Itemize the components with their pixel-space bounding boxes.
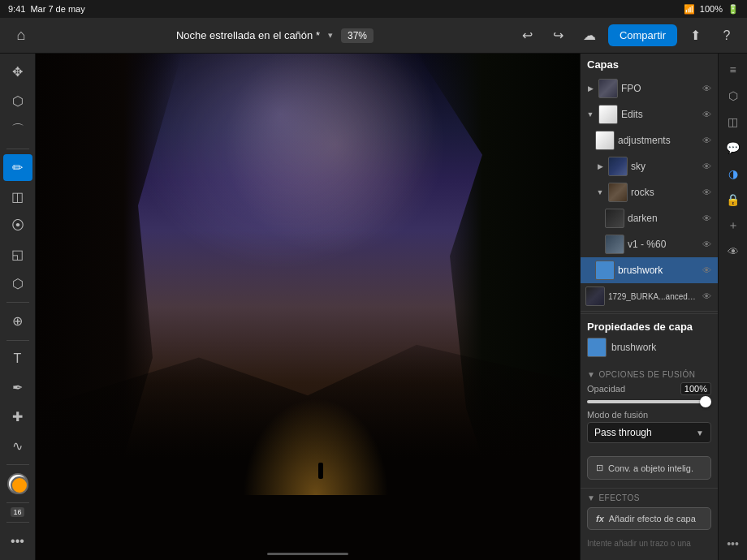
zoom-icon: ⊕ — [12, 313, 23, 329]
select-icon: ⬡ — [12, 93, 24, 109]
far-right-filter-button[interactable]: ◫ — [722, 110, 745, 133]
help-button[interactable]: ? — [715, 24, 739, 48]
far-right-chat-button[interactable]: 💬 — [722, 136, 745, 159]
text-icon: T — [14, 351, 22, 366]
add-effect-button[interactable]: fx Añadir efecto de capa — [587, 507, 711, 530]
zoom-level[interactable]: 37% — [341, 28, 374, 43]
more-tools-icon: ••• — [11, 534, 24, 549]
effects-chevron: ▼ — [587, 493, 595, 502]
eyedropper-tool[interactable]: ⦿ — [3, 212, 32, 239]
layer-toggle-fpo[interactable]: ▶ — [585, 84, 595, 93]
eyedropper-icon: ⦿ — [11, 218, 24, 233]
smudge-tool[interactable]: ∿ — [3, 432, 32, 459]
gradient-tool[interactable]: ◱ — [3, 241, 32, 269]
add-effect-label: Añadir efecto de capa — [609, 514, 696, 523]
blend-mode-dropdown[interactable]: Pass through ▼ — [587, 422, 711, 443]
effects-section: ▼ EFECTOS fx Añadir efecto de capa — [581, 488, 718, 535]
far-right-eye-button[interactable]: 👁 — [722, 240, 745, 263]
layer-eye-rocks[interactable]: 👁 — [700, 186, 713, 199]
layer-thumb-edits — [598, 105, 618, 124]
far-right-brushes-button[interactable]: ⬡ — [722, 84, 745, 107]
layer-eye-fpo[interactable]: 👁 — [700, 82, 713, 95]
eraser-tool[interactable]: ◫ — [3, 183, 32, 210]
help-icon: ? — [723, 28, 731, 43]
move-tool[interactable]: ✥ — [3, 58, 32, 86]
fill-icon: ⬡ — [12, 276, 24, 291]
layer-item-sky[interactable]: ▶ sky 👁 — [581, 153, 718, 179]
layer-toggle-sky[interactable]: ▶ — [595, 162, 605, 171]
far-right-filter-icon: ◫ — [728, 115, 738, 128]
home-icon: ⌂ — [17, 27, 26, 44]
layer-item-v1[interactable]: v1 - %60 👁 — [581, 231, 718, 257]
right-panel: Capas ▶ FPO 👁 ▼ Edits 👁 adjustments 👁 ▶ … — [580, 54, 718, 560]
layer-count-badge[interactable]: 16 — [11, 507, 24, 517]
title-dropdown-button[interactable]: ▾ — [325, 28, 336, 42]
layer-thumb-v1 — [605, 235, 624, 254]
layer-properties-section: Propiedades de capa brushwork — [581, 313, 718, 370]
status-bar: 9:41 Mar 7 de may 📶 100% 🔋 — [0, 0, 747, 18]
layers-header: Capas — [581, 54, 718, 75]
layer-name-photo: 1729_BURKA...anced-NR33 — [608, 292, 697, 301]
layer-item-brushwork[interactable]: brushwork 👁 — [581, 257, 718, 283]
layer-eye-edits[interactable]: 👁 — [700, 108, 713, 121]
opacity-slider-thumb[interactable] — [700, 396, 711, 407]
properties-layer-thumb — [587, 338, 607, 357]
blend-mode-label: Modo de fusión — [587, 410, 711, 420]
background-color[interactable] — [11, 476, 28, 494]
move-icon: ✥ — [12, 64, 23, 80]
layer-name-v1: v1 - %60 — [628, 239, 697, 250]
undo-button[interactable]: ↩ — [516, 24, 540, 48]
fill-tool[interactable]: ⬡ — [3, 269, 32, 297]
more-tools-button[interactable]: ••• — [3, 528, 32, 555]
layer-eye-darken[interactable]: 👁 — [700, 212, 713, 225]
top-toolbar: ⌂ Noche estrellada en el cañón * ▾ 37% ↩… — [0, 18, 747, 54]
layer-toggle-edits[interactable]: ▼ — [585, 110, 595, 119]
cloud-button[interactable]: ☁ — [577, 24, 602, 48]
redo-button[interactable]: ↪ — [546, 24, 571, 48]
pen-tool[interactable]: ✒ — [3, 374, 32, 402]
layer-eye-sky[interactable]: 👁 — [700, 160, 713, 173]
canvas-area[interactable] — [36, 54, 580, 560]
brush-tool[interactable]: ✏ — [3, 154, 32, 182]
far-right-more-button[interactable]: ••• — [722, 532, 745, 555]
effects-section-label: ▼ EFECTOS — [587, 493, 711, 502]
far-right-lock-button[interactable]: 🔒 — [722, 188, 745, 211]
opacity-slider[interactable] — [587, 400, 711, 403]
opacity-value: 100% — [680, 382, 711, 395]
fusion-options-section: ▼ OPCIONES DE FUSIÓN Opacidad 100% Modo … — [581, 370, 718, 453]
layer-item-photo[interactable]: 1729_BURKA...anced-NR33 👁 — [581, 283, 718, 309]
share-button[interactable]: Compartir — [608, 24, 677, 46]
layer-thumb-fpo — [598, 79, 618, 98]
text-tool[interactable]: T — [3, 345, 32, 373]
layer-toggle-rocks[interactable]: ▼ — [595, 187, 605, 197]
layer-thumb-darken — [605, 209, 624, 228]
layer-item-edits[interactable]: ▼ Edits 👁 — [581, 101, 718, 127]
upload-button[interactable]: ⬆ — [684, 24, 708, 48]
heal-tool[interactable]: ✚ — [3, 403, 32, 431]
lasso-tool[interactable]: ⌒ — [3, 116, 32, 144]
left-toolbar: ✥ ⬡ ⌒ ✏ ◫ ⦿ ◱ ⬡ ⊕ T ✒ — [0, 54, 36, 560]
far-right-adjustments-button[interactable]: ◑ — [722, 162, 745, 185]
select-tool[interactable]: ⬡ — [3, 88, 32, 115]
home-button[interactable]: ⌂ — [8, 23, 34, 49]
layer-name-adjustments: adjustments — [618, 135, 697, 146]
layer-item-rocks[interactable]: ▼ rocks 👁 — [581, 179, 718, 205]
panel-divider-1 — [581, 311, 718, 312]
layer-item-adjustments[interactable]: adjustments 👁 — [581, 127, 718, 153]
cloud-icon: ☁ — [583, 28, 596, 43]
layer-eye-photo[interactable]: 👁 — [700, 290, 713, 303]
layer-eye-v1[interactable]: 👁 — [700, 238, 713, 251]
battery-icon: 🔋 — [728, 4, 739, 15]
redo-icon: ↪ — [553, 28, 563, 43]
blend-mode-row: Modo de fusión Pass through ▼ — [587, 410, 711, 443]
layer-eye-brushwork[interactable]: 👁 — [700, 264, 713, 277]
layer-item-darken[interactable]: darken 👁 — [581, 205, 718, 231]
layer-eye-adjustments[interactable]: 👁 — [700, 134, 713, 147]
layer-thumb-brushwork — [595, 261, 615, 280]
far-right-layers-button[interactable]: ≡ — [722, 58, 745, 81]
far-right-chat-icon: 💬 — [726, 141, 740, 154]
layer-item-fpo[interactable]: ▶ FPO 👁 — [581, 75, 718, 101]
convert-smart-object-button[interactable]: ⊡ Conv. a objeto intelig. — [587, 456, 711, 480]
far-right-add-button[interactable]: ＋ — [722, 214, 745, 237]
zoom-tool[interactable]: ⊕ — [3, 308, 32, 335]
